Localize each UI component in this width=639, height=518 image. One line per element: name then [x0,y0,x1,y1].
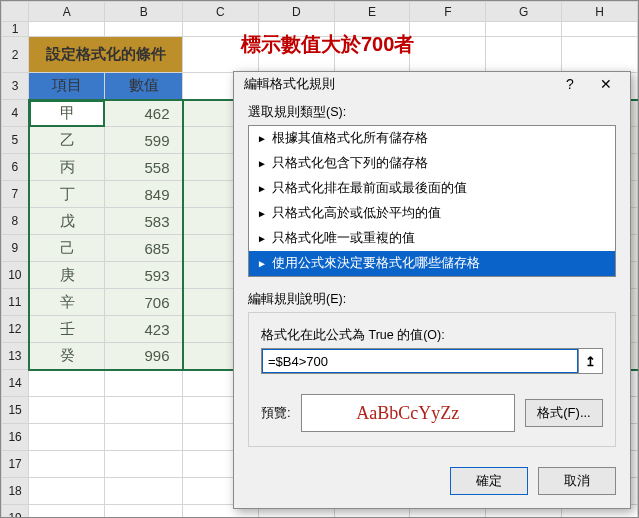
cell[interactable] [410,22,486,37]
data-value-cell[interactable]: 558 [105,154,183,181]
col-header[interactable]: A [29,2,105,22]
cell[interactable] [105,451,183,478]
close-button[interactable]: ✕ [588,72,624,96]
col-header[interactable]: G [486,2,562,22]
col-header[interactable]: B [105,2,183,22]
range-picker-icon[interactable]: ↥ [578,349,602,373]
cell[interactable] [105,397,183,424]
col-header[interactable]: H [562,2,638,22]
dialog-title: 編輯格式化規則 [244,75,552,93]
cell[interactable] [410,37,486,73]
data-item-cell[interactable]: 戊 [29,208,105,235]
data-item-cell[interactable]: 丁 [29,181,105,208]
row-header[interactable]: 13 [2,343,29,370]
cell[interactable] [29,424,105,451]
row-header[interactable]: 1 [2,22,29,37]
cancel-button[interactable]: 取消 [538,467,616,495]
callout-heading: 標示數值大於700者 [241,31,414,58]
row-header[interactable]: 19 [2,505,29,519]
cell[interactable] [105,478,183,505]
data-value-cell[interactable]: 849 [105,181,183,208]
data-item-cell[interactable]: 癸 [29,343,105,370]
data-item-cell[interactable]: 壬 [29,316,105,343]
data-item-cell[interactable]: 辛 [29,289,105,316]
data-value-cell[interactable]: 423 [105,316,183,343]
format-button[interactable]: 格式(F)... [525,399,603,427]
row-header[interactable]: 2 [2,37,29,73]
cell[interactable] [105,424,183,451]
help-button[interactable]: ? [552,72,588,96]
cell[interactable] [29,370,105,397]
cell[interactable] [105,22,183,37]
table-header-item[interactable]: 項目 [29,73,105,100]
row-header[interactable]: 7 [2,181,29,208]
row-header[interactable]: 12 [2,316,29,343]
data-item-cell[interactable]: 丙 [29,154,105,181]
data-value-cell[interactable]: 599 [105,127,183,154]
col-header[interactable]: C [183,2,259,22]
col-header[interactable]: F [410,2,486,22]
preview-sample: AaBbCcYyZz [301,394,515,432]
cell[interactable] [105,505,183,519]
row-header[interactable]: 16 [2,424,29,451]
data-item-cell[interactable]: 己 [29,235,105,262]
row-header[interactable]: 4 [2,100,29,127]
rule-type-item[interactable]: 只格式化高於或低於平均的值 [249,201,615,226]
row-header[interactable]: 15 [2,397,29,424]
col-header[interactable]: D [258,2,334,22]
dialog-titlebar[interactable]: 編輯格式化規則 ? ✕ [234,72,630,96]
data-item-cell[interactable]: 乙 [29,127,105,154]
data-value-cell[interactable]: 593 [105,262,183,289]
rule-type-list[interactable]: 根據其值格式化所有儲存格只格式化包含下列的儲存格只格式化排在最前面或最後面的值只… [248,125,616,277]
row-header[interactable]: 5 [2,127,29,154]
data-value-cell[interactable]: 462 [105,100,183,127]
row-header[interactable]: 8 [2,208,29,235]
formula-input[interactable]: =$B4>700 ↥ [261,348,603,374]
cell[interactable] [29,451,105,478]
row-header[interactable]: 14 [2,370,29,397]
cell[interactable] [29,478,105,505]
select-all-corner[interactable] [2,2,29,22]
row-header[interactable]: 3 [2,73,29,100]
rule-type-item[interactable]: 使用公式來決定要格式化哪些儲存格 [249,251,615,276]
data-item-cell[interactable]: 甲 [29,100,105,127]
col-header[interactable]: E [334,2,410,22]
edit-rule-desc-label: 編輯規則說明(E): [248,291,616,308]
data-value-cell[interactable]: 706 [105,289,183,316]
row-header[interactable]: 18 [2,478,29,505]
data-value-cell[interactable]: 996 [105,343,183,370]
data-item-cell[interactable]: 庚 [29,262,105,289]
cell[interactable] [486,22,562,37]
row-header[interactable]: 6 [2,154,29,181]
cell[interactable] [562,37,638,73]
preview-label: 預覽: [261,404,291,422]
cell[interactable] [562,22,638,37]
edit-formatting-rule-dialog: 編輯格式化規則 ? ✕ 選取規則類型(S): 根據其值格式化所有儲存格只格式化包… [233,71,631,509]
row-header[interactable]: 17 [2,451,29,478]
cell[interactable] [29,397,105,424]
row-header[interactable]: 10 [2,262,29,289]
rule-type-item[interactable]: 根據其值格式化所有儲存格 [249,126,615,151]
title-cell[interactable]: 設定格式化的條件 [29,37,183,73]
cell[interactable] [105,370,183,397]
row-header[interactable]: 11 [2,289,29,316]
data-value-cell[interactable]: 583 [105,208,183,235]
rule-type-item[interactable]: 只格式化唯一或重複的值 [249,226,615,251]
row-header[interactable]: 9 [2,235,29,262]
select-rule-type-label: 選取規則類型(S): [248,104,616,121]
ok-button[interactable]: 確定 [450,467,528,495]
rule-type-item[interactable]: 只格式化排在最前面或最後面的值 [249,176,615,201]
table-header-value[interactable]: 數值 [105,73,183,100]
cell[interactable] [486,37,562,73]
cell[interactable] [29,22,105,37]
formula-text[interactable]: =$B4>700 [262,349,578,373]
formula-label: 格式化在此公式為 True 的值(O): [261,327,603,344]
cell[interactable] [29,505,105,519]
data-value-cell[interactable]: 685 [105,235,183,262]
rule-type-item[interactable]: 只格式化包含下列的儲存格 [249,151,615,176]
